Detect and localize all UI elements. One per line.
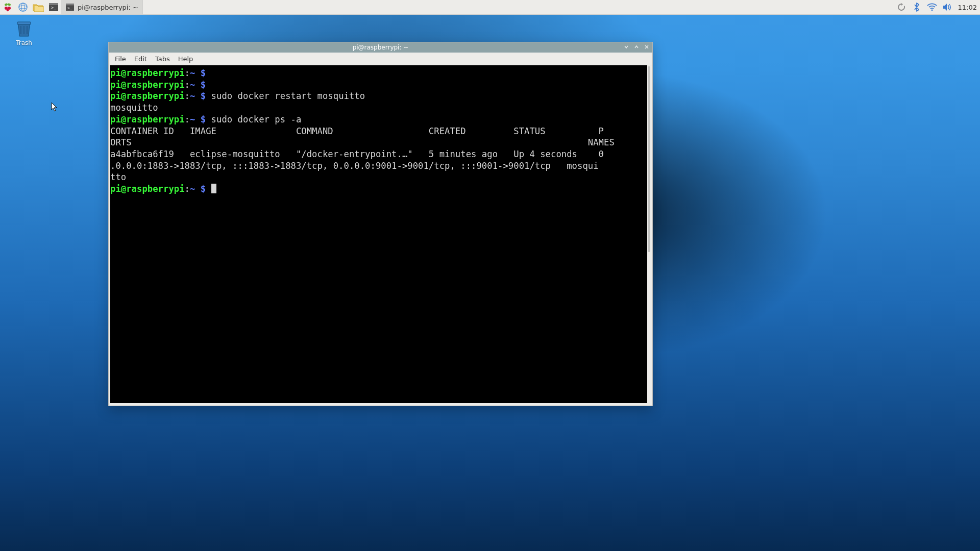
terminal-scrollbar-thumb[interactable] (648, 66, 650, 252)
svg-rect-15 (17, 22, 31, 24)
file-manager-launcher[interactable] (31, 0, 46, 14)
task-label: pi@raspberrypi: ~ (78, 4, 138, 11)
menu-tabs[interactable]: Tabs (152, 54, 173, 64)
terminal-menubar: File Edit Tabs Help (109, 53, 652, 65)
svg-point-6 (19, 6, 27, 9)
window-close-button[interactable] (643, 44, 650, 51)
window-maximize-button[interactable] (633, 44, 640, 51)
taskbar-terminal-window[interactable]: >_ pi@raspberrypi: ~ (61, 0, 143, 14)
svg-point-3 (4, 3, 8, 6)
svg-rect-9 (49, 3, 58, 5)
terminal-window: pi@raspberrypi: ~ File Edit Tabs Help pi… (108, 42, 653, 406)
start-menu-button[interactable] (0, 0, 15, 14)
svg-point-7 (21, 3, 24, 11)
svg-text:>_: >_ (67, 6, 72, 10)
window-minimize-button[interactable] (623, 44, 630, 51)
window-title: pi@raspberrypi: ~ (353, 44, 409, 51)
window-titlebar[interactable]: pi@raspberrypi: ~ (109, 42, 652, 53)
terminal-body[interactable]: pi@raspberrypi:~ $ pi@raspberrypi:~ $ pi… (110, 65, 647, 403)
svg-text:>_: >_ (51, 6, 57, 10)
desktop-trash-label: Trash (6, 39, 42, 46)
menu-edit[interactable]: Edit (131, 54, 150, 64)
browser-launcher[interactable] (15, 0, 31, 14)
svg-point-5 (19, 3, 27, 11)
terminal-scrollbar[interactable] (647, 65, 651, 403)
svg-point-2 (7, 9, 9, 12)
mouse-cursor-icon (51, 102, 58, 112)
menu-file[interactable]: File (112, 54, 129, 64)
terminal-launcher[interactable]: >_ (46, 0, 61, 14)
svg-point-4 (7, 3, 11, 6)
taskbar: >_ >_ pi@raspberrypi: ~ 11:02 (0, 0, 743, 15)
menu-help[interactable]: Help (175, 54, 197, 64)
desktop-trash[interactable]: Trash (6, 18, 42, 46)
